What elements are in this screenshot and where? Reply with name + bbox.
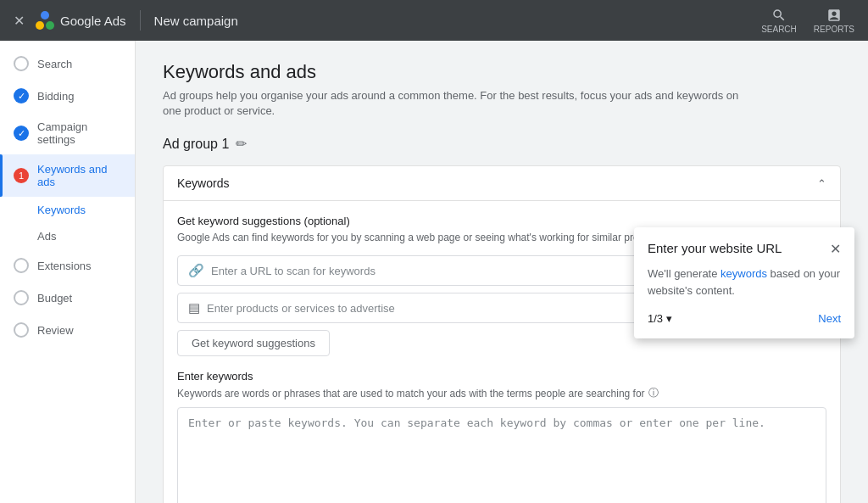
enter-keywords-desc: Keywords are words or phrases that are u… <box>177 386 826 400</box>
link-icon: 🔗 <box>188 263 204 278</box>
step-icon-extensions <box>14 258 29 273</box>
sidebar-item-review[interactable]: Review <box>0 314 135 346</box>
sidebar-item-bidding[interactable]: ✓ Bidding <box>0 80 135 112</box>
svg-point-0 <box>36 21 44 30</box>
topbar-actions: SEARCH REPORTS <box>761 8 854 34</box>
search-label: SEARCH <box>761 25 797 34</box>
reports-label: REPORTS <box>814 25 854 34</box>
info-icon: ⓘ <box>648 386 659 400</box>
tooltip-body-blue: keywords <box>721 267 767 280</box>
sidebar-subitem-label-keywords: Keywords <box>37 204 86 216</box>
card-title: Keywords <box>177 176 229 190</box>
sidebar-item-search[interactable]: Search <box>0 48 135 80</box>
brand-logo: Google Ads <box>35 10 126 31</box>
tooltip-pager: 1/3 ▾ <box>648 312 672 325</box>
campaign-title: New campaign <box>154 14 238 28</box>
sidebar: Search ✓ Bidding ✓ Campaign settings 1 K… <box>0 41 136 503</box>
products-icon: ▤ <box>188 300 200 316</box>
get-suggestions-label: Get keyword suggestions (optional) <box>177 215 826 227</box>
brand-name: Google Ads <box>60 14 126 28</box>
topbar: ✕ Google Ads New campaign SEARCH REPORTS <box>0 0 868 41</box>
collapse-icon[interactable]: ⌃ <box>817 177 826 190</box>
step-icon-bidding: ✓ <box>14 88 29 103</box>
search-action[interactable]: SEARCH <box>761 8 797 34</box>
main-content: Keywords and ads Ad groups help you orga… <box>136 41 868 503</box>
step-icon-budget <box>14 290 29 305</box>
step-icon-search <box>14 56 29 71</box>
google-ads-logo-icon <box>35 10 55 31</box>
ad-group-title: Ad group 1 <box>163 137 229 152</box>
card-header: Keywords ⌃ <box>164 166 840 201</box>
tooltip-close-icon[interactable]: ✕ <box>830 241 841 257</box>
get-suggestions-button[interactable]: Get keyword suggestions <box>177 330 330 356</box>
sidebar-item-budget[interactable]: Budget <box>0 282 135 314</box>
tooltip-next-button[interactable]: Next <box>818 312 841 325</box>
close-icon[interactable]: ✕ <box>14 13 25 29</box>
tooltip-popup: Enter your website URL ✕ We'll generate … <box>634 227 854 338</box>
sidebar-item-keywords-ads[interactable]: 1 Keywords and ads <box>0 154 135 197</box>
sidebar-label-extensions: Extensions <box>37 260 92 272</box>
page-title: Keywords and ads <box>163 61 841 83</box>
keywords-textarea[interactable] <box>177 407 826 503</box>
enter-keywords-label: Enter keywords <box>177 370 826 383</box>
ad-group-header: Ad group 1 ✏ <box>163 136 841 152</box>
svg-point-2 <box>41 11 49 20</box>
tooltip-header: Enter your website URL ✕ <box>648 241 841 257</box>
tooltip-body: We'll generate keywords based on your we… <box>648 265 841 299</box>
tooltip-title: Enter your website URL <box>648 241 782 255</box>
sidebar-label-review: Review <box>37 324 74 337</box>
sidebar-item-extensions[interactable]: Extensions <box>0 249 135 282</box>
reports-action[interactable]: REPORTS <box>814 8 854 34</box>
sidebar-label-budget: Budget <box>37 292 72 305</box>
topbar-divider <box>140 10 141 31</box>
sidebar-label-bidding: Bidding <box>37 90 74 103</box>
sidebar-label-keywords-ads: Keywords and ads <box>37 163 121 188</box>
sidebar-label-search: Search <box>37 58 72 70</box>
step-icon-campaign-settings: ✓ <box>14 126 29 141</box>
tooltip-footer: 1/3 ▾ Next <box>648 312 841 325</box>
sidebar-subitem-label-ads: Ads <box>37 230 56 243</box>
edit-icon[interactable]: ✏ <box>236 136 247 152</box>
step-icon-review <box>14 322 29 338</box>
sidebar-item-campaign-settings[interactable]: ✓ Campaign settings <box>0 112 135 154</box>
svg-point-1 <box>46 21 54 30</box>
sidebar-subitem-ads[interactable]: Ads <box>0 223 135 249</box>
layout: Search ✓ Bidding ✓ Campaign settings 1 K… <box>0 41 868 503</box>
step-icon-keywords-ads: 1 <box>14 168 29 183</box>
chevron-down-icon: ▾ <box>666 312 672 325</box>
page-subtitle: Ad groups help you organise your ads aro… <box>163 88 739 119</box>
sidebar-label-campaign-settings: Campaign settings <box>37 120 121 146</box>
sidebar-subitem-keywords[interactable]: Keywords <box>0 197 135 223</box>
